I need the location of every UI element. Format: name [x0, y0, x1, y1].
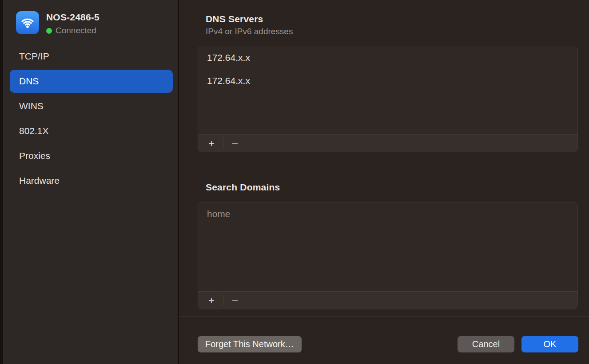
sidebar: NOS-2486-5 Connected TCP/IP DNS WINS 802… [3, 0, 178, 364]
sidebar-nav: TCP/IP DNS WINS 802.1X Proxies Hardware [10, 45, 173, 194]
ok-button[interactable]: OK [521, 336, 578, 352]
wifi-icon [16, 11, 39, 34]
search-domains-list: home + − [198, 202, 578, 309]
search-domains-toolbar: + − [198, 291, 577, 309]
sidebar-item-wins[interactable]: WINS [10, 95, 173, 118]
dns-server-entry[interactable]: 172.64.x.x [198, 46, 577, 69]
connected-status-label: Connected [56, 26, 96, 36]
cancel-button[interactable]: Cancel [458, 336, 514, 352]
list-empty-area [198, 225, 577, 291]
network-name: NOS-2486-5 [46, 12, 99, 23]
toolbar-separator [223, 138, 223, 149]
background-window-strip [0, 0, 3, 364]
sidebar-item-dns[interactable]: DNS [10, 70, 173, 93]
search-domain-entry[interactable]: home [198, 202, 577, 225]
forget-network-button[interactable]: Forget This Network… [198, 336, 302, 352]
main-panel: DNS Servers IPv4 or IPv6 addresses 172.6… [179, 0, 589, 364]
sidebar-item-hardware[interactable]: Hardware [10, 169, 173, 192]
connected-status-dot [46, 28, 52, 34]
sidebar-item-proxies[interactable]: Proxies [10, 144, 173, 167]
add-dns-server-button[interactable]: + [203, 137, 220, 150]
toolbar-separator [223, 295, 223, 306]
network-meta: NOS-2486-5 Connected [46, 11, 99, 36]
network-status: Connected [46, 26, 99, 36]
sidebar-item-8021x[interactable]: 802.1X [10, 119, 173, 142]
remove-dns-server-button[interactable]: − [226, 137, 244, 150]
network-header: NOS-2486-5 Connected [16, 11, 99, 36]
add-search-domain-button[interactable]: + [203, 294, 220, 307]
dns-servers-list: 172.64.x.x 172.64.x.x + − [198, 46, 578, 152]
search-domains-title: Search Domains [206, 182, 280, 193]
dns-servers-toolbar: + − [198, 134, 577, 152]
dns-servers-subtitle: IPv4 or IPv6 addresses [206, 27, 293, 36]
list-empty-area [198, 92, 577, 134]
remove-search-domain-button[interactable]: − [226, 294, 244, 307]
sidebar-item-tcpip[interactable]: TCP/IP [10, 45, 173, 68]
dns-server-entry[interactable]: 172.64.x.x [198, 69, 577, 92]
footer-divider [179, 317, 589, 317]
dns-servers-title: DNS Servers [206, 14, 263, 24]
